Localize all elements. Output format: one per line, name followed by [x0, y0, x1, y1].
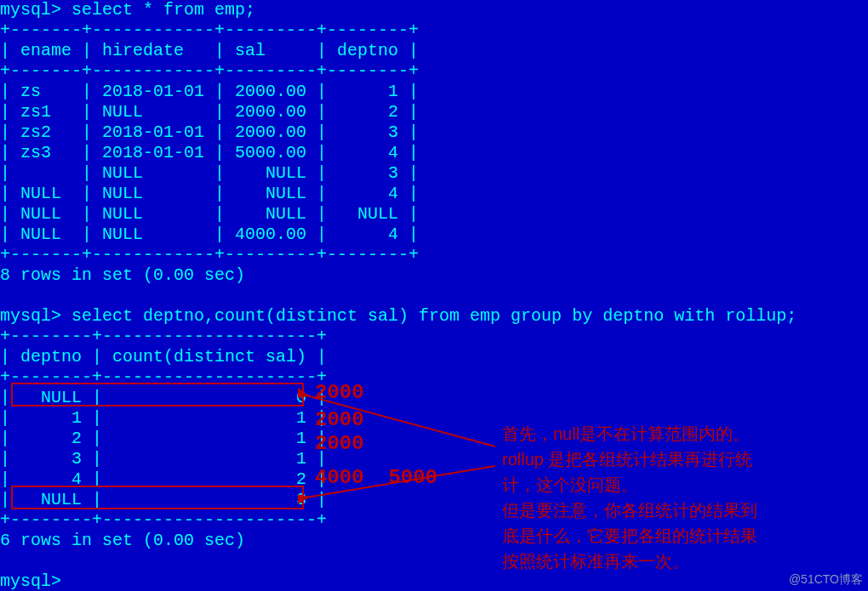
highlight-box-null-top: [11, 383, 304, 406]
note-value-row2: 2000: [315, 434, 364, 454]
explanation-line: 首先，null是不在计算范围内的。: [502, 421, 859, 446]
table-row: | zs2 | 2018-01-01 | 2000.00 | 3 |: [0, 122, 419, 142]
explanation-text: 首先，null是不在计算范围内的。 rollup 是把各组统计结果再进行统 计，…: [502, 421, 859, 574]
prompt: mysql>: [0, 0, 61, 20]
note-value-row1: 2000: [315, 410, 364, 430]
status-text: 6 rows in set (0.00 sec): [0, 531, 245, 550]
prompt: mysql>: [0, 306, 61, 326]
table-row: | zs1 | NULL | 2000.00 | 2 |: [0, 102, 419, 122]
table-border: +-------+------------+---------+--------…: [0, 61, 419, 81]
table-row: | zs | 2018-01-01 | 2000.00 | 1 |: [0, 82, 419, 101]
table-row: | 1 | 1 |: [0, 408, 327, 428]
explanation-line: 计，这个没问题。: [502, 472, 859, 497]
table-border: +--------+---------------------+: [0, 510, 327, 530]
note-value-row4: 4000 5000: [315, 468, 437, 488]
table-row: | 2 | 1 |: [0, 429, 327, 448]
table-row: | NULL | NULL | 4000.00 | 4 |: [0, 224, 419, 244]
table-row: | NULL | NULL | NULL | NULL |: [0, 204, 419, 224]
note-value-row0: 2000: [315, 383, 364, 403]
table-header: | ename | hiredate | sal | deptno |: [0, 41, 419, 60]
sql-query-2: select deptno,count(distinct sal) from e…: [71, 306, 797, 326]
explanation-line: 底是什么，它要把各组的统计结果: [502, 523, 859, 548]
table-row: | 3 | 1 |: [0, 449, 327, 469]
table-border: +--------+---------------------+: [0, 327, 327, 346]
prompt[interactable]: mysql>: [0, 571, 61, 591]
watermark: @51CTO博客: [789, 569, 863, 589]
explanation-line: 但是要注意，你各组统计的结果到: [502, 497, 859, 523]
table-header: | deptno | count(distinct sal) |: [0, 347, 327, 367]
explanation-line: rollup 是把各组统计结果再进行统: [502, 446, 859, 472]
status-text: 8 rows in set (0.00 sec): [0, 265, 245, 285]
table-border: +-------+------------+---------+--------…: [0, 20, 419, 40]
table-row: | zs3 | 2018-01-01 | 5000.00 | 4 |: [0, 143, 419, 162]
table-row: | | NULL | NULL | 3 |: [0, 163, 419, 183]
table-row: | NULL | NULL | NULL | 4 |: [0, 184, 419, 203]
table-border: +-------+------------+---------+--------…: [0, 245, 419, 264]
highlight-box-null-bottom: [11, 486, 304, 509]
sql-query-1: select * from emp;: [71, 0, 255, 20]
